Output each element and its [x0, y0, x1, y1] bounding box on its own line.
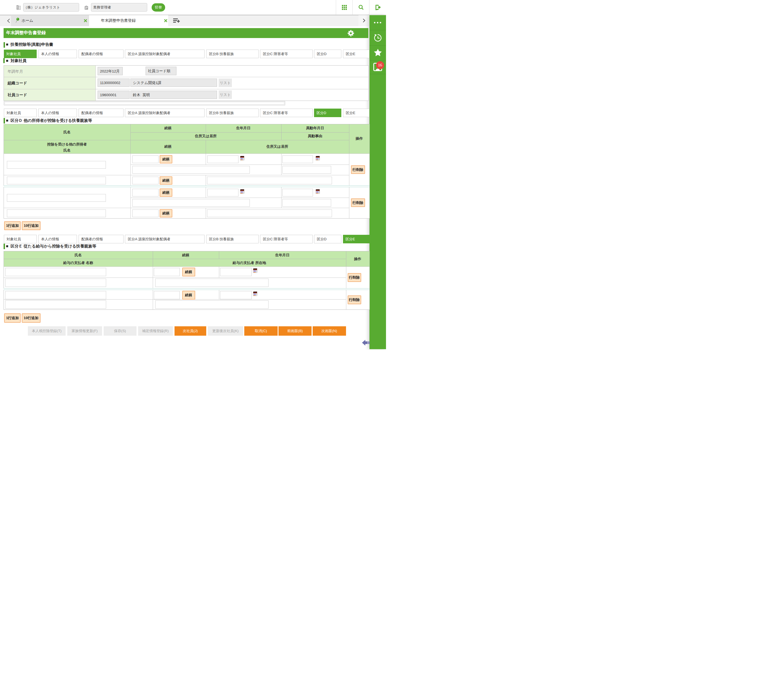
svg-text:31: 31 — [254, 270, 256, 272]
svg-text:31: 31 — [316, 157, 319, 160]
svg-text:31: 31 — [316, 191, 319, 193]
svg-text:31: 31 — [240, 157, 243, 160]
svg-text:31: 31 — [254, 293, 256, 295]
svg-text:31: 31 — [240, 191, 243, 193]
